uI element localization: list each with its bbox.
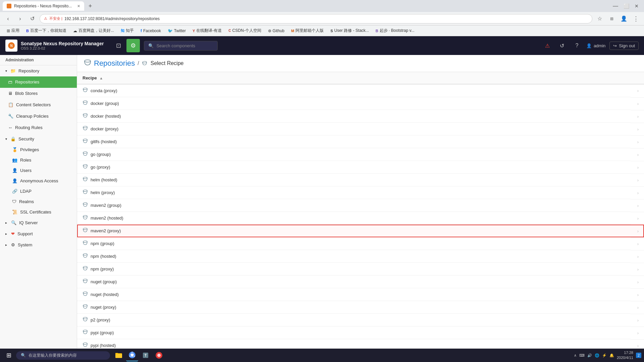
bookmark-aliyun[interactable]: M 阿里邮箱个人版 <box>288 26 326 35</box>
extension-button[interactable]: ⊞ <box>607 14 616 23</box>
recipe-column-header[interactable]: Recipe ▲ <box>77 72 631 84</box>
bookmark-zhihu[interactable]: 知 知乎 <box>118 26 137 35</box>
table-row[interactable]: nuget (proxy)› <box>77 301 644 314</box>
recipe-name: p2 (proxy) <box>91 317 110 322</box>
svg-point-4 <box>83 88 87 90</box>
svg-point-3 <box>143 61 147 63</box>
star-button[interactable]: ☆ <box>595 14 604 23</box>
row-arrow: › <box>631 212 644 225</box>
reload-button[interactable]: ↺ <box>28 14 37 23</box>
notification-icon[interactable]: 🔔 <box>609 353 614 358</box>
chevron-up-icon[interactable]: ∧ <box>574 353 577 358</box>
table-row[interactable]: go (proxy)› <box>77 161 644 174</box>
bookmark-github[interactable]: ⊛ Github <box>265 27 287 35</box>
profile-button[interactable]: 👤 <box>619 14 629 23</box>
repository-group-header[interactable]: ▾ 📁 Repository <box>0 65 77 76</box>
table-row[interactable]: maven2 (group)› <box>77 199 644 212</box>
table-row[interactable]: docker (hosted)› <box>77 110 644 123</box>
sidebar-item-iq-server[interactable]: ▸ 🔍 IQ Server <box>0 217 77 228</box>
security-group-header[interactable]: ▾ 🔒 Security <box>0 133 77 144</box>
sidebar-item-routing-rules[interactable]: ↔ Routing Rules <box>0 122 77 133</box>
table-row[interactable]: p2 (proxy)› <box>77 314 644 326</box>
sidebar-item-roles[interactable]: 👥 Roles <box>0 155 77 165</box>
address-bar[interactable]: ⚠ 不安全 | 192.168.137.102:8081/#admin/repo… <box>40 14 592 23</box>
user-button[interactable]: 👤 admin <box>586 43 605 48</box>
sidebar-item-realms[interactable]: 🛡 Realms <box>0 196 77 207</box>
table-row[interactable]: npm (hosted)› <box>77 250 644 263</box>
bookmark-twitter[interactable]: 🐦 Twitter <box>165 27 189 35</box>
signout-button[interactable]: ↪ Sign out <box>609 42 639 50</box>
taskbar-app-chrome[interactable] <box>126 349 138 361</box>
back-button[interactable]: ‹ <box>3 14 13 23</box>
forward-button[interactable]: › <box>15 14 25 23</box>
sidebar-item-blob-stores[interactable]: 🖥 Blob Stores <box>0 88 77 99</box>
breadcrumb: Repositories / Select Recipe <box>84 59 183 68</box>
refresh-icon-button[interactable]: ↺ <box>557 40 568 51</box>
table-row[interactable]: helm (hosted)› <box>77 174 644 186</box>
table-row[interactable]: go (group)› <box>77 148 644 161</box>
bookmark-bootstrap[interactable]: B 起步 · Bootstrap v... <box>373 26 417 35</box>
nav-box-button[interactable]: ⊡ <box>112 39 125 52</box>
sidebar-item-anonymous-access[interactable]: 👤 Anonymous Access <box>0 176 77 186</box>
table-row[interactable]: npm (group)› <box>77 237 644 250</box>
sidebar-item-privileges[interactable]: 🏅 Privileges <box>0 144 77 155</box>
table-row[interactable]: helm (proxy)› <box>77 186 644 199</box>
keyboard-icon[interactable]: ⌨ <box>579 353 585 358</box>
search-input[interactable] <box>156 43 213 48</box>
sidebar-item-ssl-certificates[interactable]: 📜 SSL Certificates <box>0 207 77 217</box>
row-arrow: › <box>631 250 644 263</box>
sidebar-item-system[interactable]: ▸ ⚙ System <box>0 239 77 250</box>
table-row[interactable]: pypi (group)› <box>77 326 644 339</box>
table-row[interactable]: nuget (hosted)› <box>77 288 644 301</box>
battery-icon[interactable]: ⚡ <box>602 353 607 358</box>
bookmark-apps[interactable]: ⊞ 应用 <box>4 26 22 35</box>
help-icon-button[interactable]: ? <box>572 40 582 51</box>
table-row[interactable]: conda (proxy)› <box>77 84 644 97</box>
svg-point-10 <box>83 165 87 166</box>
bookmark-facebook[interactable]: f Facebook <box>138 27 164 35</box>
close-tab-button[interactable]: ✕ <box>77 4 80 8</box>
close-window-button[interactable]: ✕ <box>635 3 639 9</box>
taskbar-search[interactable]: 🔍 在这里输入你要搜索的内容 <box>16 351 110 360</box>
db-row-icon <box>83 215 88 221</box>
bookmark-baidu[interactable]: B 百度一下，你就知道 <box>23 26 69 35</box>
sidebar-item-ldap[interactable]: 🔗 LDAP <box>0 186 77 196</box>
menu-button[interactable]: ⋮ <box>631 14 641 23</box>
username-label: admin <box>594 43 605 48</box>
start-button[interactable]: ⊞ <box>3 349 15 361</box>
bookmark-stack[interactable]: S User 路修 - Stack... <box>328 26 372 35</box>
sidebar-item-cleanup-policies[interactable]: 🔧 Cleanup Policies <box>0 111 77 122</box>
sidebar-item-content-selectors[interactable]: 📋 Content Selectors <box>0 99 77 111</box>
realms-label: Realms <box>19 199 34 204</box>
table-row[interactable]: docker (group)› <box>77 97 644 110</box>
volume-icon[interactable]: 🔊 <box>587 353 592 358</box>
taskbar-app-editor[interactable]: T <box>140 349 152 361</box>
table-row[interactable]: gitlfs (hosted)› <box>77 135 644 148</box>
bookmark-youdao[interactable]: Y 在线翻译-有道 <box>190 26 224 35</box>
svg-point-31 <box>131 354 133 356</box>
taskbar-app-other[interactable] <box>153 349 165 361</box>
table-row[interactable]: maven2 (proxy)› <box>77 225 644 237</box>
table-row[interactable]: docker (proxy)› <box>77 123 644 135</box>
bookmark-csdn[interactable]: C CSDN-个人空间 <box>226 26 264 35</box>
new-tab-button[interactable]: + <box>86 1 95 11</box>
network-icon[interactable]: 🌐 <box>595 353 599 358</box>
browser-tab[interactable]: Repositories - Nexus Reposito... ✕ <box>3 1 84 11</box>
sidebar-item-users[interactable]: 👤 Users <box>0 165 77 176</box>
sidebar-item-repositories[interactable]: 🗃 Repositories <box>0 76 77 88</box>
maximize-button[interactable]: ⬜ <box>624 3 629 9</box>
taskbar-app-file-explorer[interactable] <box>113 349 125 361</box>
table-row[interactable]: maven2 (hosted)› <box>77 212 644 225</box>
sidebar-item-support[interactable]: ▸ ❤ Support <box>0 228 77 239</box>
table-row[interactable]: npm (proxy)› <box>77 263 644 276</box>
table-row[interactable]: pypi (hosted)› <box>77 339 644 349</box>
table-row[interactable]: nuget (group)› <box>77 276 644 288</box>
svg-text:T: T <box>145 354 147 357</box>
signout-icon: ↪ <box>613 43 617 48</box>
bookmark-baidupan[interactable]: ☁ 百度网盘，让美好... <box>70 26 117 35</box>
recipe-name: nuget (proxy) <box>91 305 116 310</box>
alert-icon-button[interactable]: ⚠ <box>542 40 553 51</box>
nav-settings-button[interactable]: ⚙ <box>126 39 140 52</box>
notification-count[interactable]: 2 <box>636 353 641 358</box>
minimize-button[interactable]: — <box>613 3 618 9</box>
